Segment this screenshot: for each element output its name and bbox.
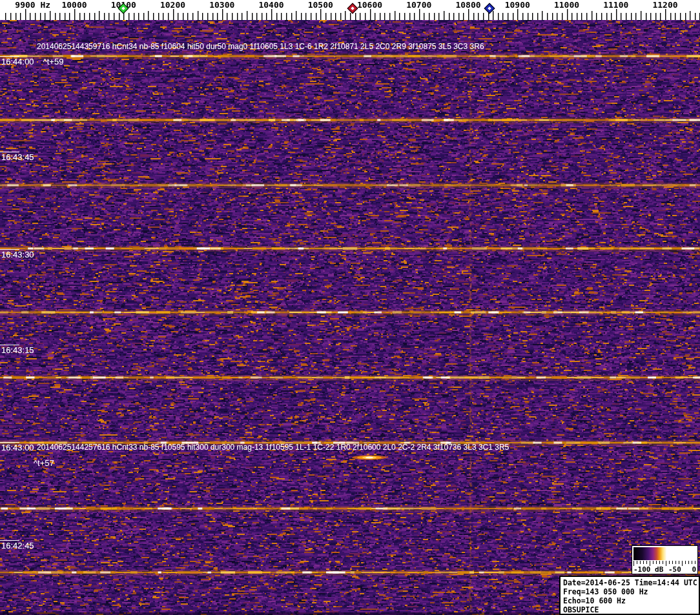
info-line: Date=2014-06-25 Time=14:44 UTC [563, 578, 699, 587]
info-line: OBSUPICE [563, 605, 699, 614]
scale-label-mid: -50 [668, 566, 681, 574]
event-time-marker: ^t+57 [34, 459, 54, 467]
freq-tick-label: 11200 [652, 1, 677, 9]
freq-tick-label: 9900 Hz [15, 1, 50, 9]
freq-tick-label: 10000 [61, 1, 87, 9]
status-info-box: Date=2014-06-25 Time=14:44 UTCFreq=143 0… [559, 576, 700, 615]
marker-core-dot [488, 6, 491, 10]
freq-tick-label: 11100 [603, 1, 628, 9]
scale-label-min: -100 dB [633, 566, 663, 574]
color-gradient-bar [633, 547, 696, 560]
time-label: 16:44:00^t+59 [1, 57, 63, 66]
time-offset-marker: ^t+59 [43, 57, 64, 66]
meteor-spectrogram-window: 9900 Hz100001010010200103001040010500106… [0, 0, 700, 615]
marker-core-dot [351, 6, 355, 10]
scale-label-max: 0 [692, 566, 696, 574]
freq-tick-label: 10900 [505, 1, 530, 9]
marker-core-dot [121, 6, 125, 10]
event-annotation: 20140625144359716 hCnt34 nb-85 f10604 hi… [37, 43, 484, 51]
freq-tick-label: 10200 [160, 1, 185, 9]
freq-tick-label: 11000 [554, 1, 579, 9]
freq-tick-label: 10300 [209, 1, 234, 9]
time-label: 16:43:15 [1, 346, 34, 354]
info-line: Freq=143 050 000 Hz [563, 587, 699, 596]
freq-tick-label: 10400 [258, 1, 283, 9]
time-label: 16:42:45 [1, 541, 34, 550]
db-color-scale: -100 dB -50 0 [632, 545, 698, 574]
freq-tick-label: 10600 [357, 1, 382, 9]
time-label: 16:43:45 [1, 153, 34, 161]
freq-tick-label: 10700 [406, 1, 431, 9]
info-line: Echo=10 600 Hz [563, 596, 699, 605]
event-annotation: 20140625144257616 hCnt33 nb-85 f10595 hi… [37, 443, 509, 452]
freq-tick-label: 10800 [455, 1, 480, 9]
freq-tick-label: 10500 [308, 1, 333, 9]
spectrogram-canvas[interactable] [0, 0, 700, 615]
time-label: 16:43:00 [1, 443, 34, 452]
time-label: 16:43:30 [1, 250, 34, 259]
